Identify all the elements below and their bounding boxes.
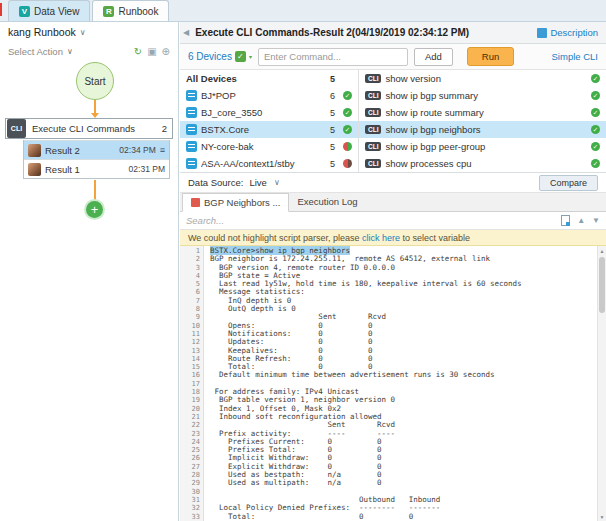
device-list: BJ*POP6✓BJ_core_35505✓BSTX.Core5✓NY-core… [180, 87, 358, 172]
command-row[interactable]: CLIshow ip bgp neighbors✓ [359, 121, 606, 138]
flow-connector [94, 100, 96, 113]
cli-badge-icon: CLI [365, 74, 381, 83]
menu-icon[interactable]: ≡ [160, 145, 165, 155]
notice-text-after: to select variable [400, 233, 470, 243]
code-line[interactable]: Default minimum time between advertiseme… [210, 371, 596, 379]
parser-notice: We could not highlight script parser, pl… [180, 230, 606, 246]
result-tabs: BGP Neighbors ... Execution Log [180, 193, 606, 212]
line-number: 26 [180, 454, 200, 462]
cli-badge-icon: CLI [365, 125, 381, 134]
collapse-panel-icon[interactable]: ◀ [183, 28, 189, 37]
device-icon [186, 141, 197, 152]
canvas-tools: ↻ ▣ ⊕ [134, 46, 170, 57]
description-icon [537, 28, 547, 38]
command-row[interactable]: CLIshow version✓ [359, 70, 606, 87]
add-node-button[interactable]: + [86, 201, 103, 218]
tab-data-view[interactable]: V Data View [8, 0, 90, 21]
device-name: ASA-AA/context1/stby [201, 158, 317, 169]
command-text: show ip bgp neighbors [385, 124, 583, 135]
command-toolbar: 6 Devices ✓ ▾ Add Run Simple CLI [180, 44, 606, 70]
tab-bgp-neighbors[interactable]: BGP Neighbors ... [182, 193, 289, 212]
device-count: 6 [321, 91, 335, 101]
flow-connector [94, 180, 96, 200]
line-number: 18 [180, 388, 200, 396]
command-row[interactable]: CLIshow ip bgp summary✓ [359, 87, 606, 104]
add-command-button[interactable]: Add [414, 48, 453, 66]
devices-header-count: 5 [321, 74, 335, 84]
devices-commands-grid: All Devices 5 BJ*POP6✓BJ_core_35505✓BSTX… [180, 70, 606, 173]
refresh-icon[interactable]: ↻ [134, 46, 142, 57]
code-lines[interactable]: BSTX.Core>show ip bgp neighborsBGP neigh… [204, 246, 606, 521]
search-row: ▲ ▼ [180, 212, 606, 230]
compare-button[interactable]: Compare [539, 175, 598, 191]
device-status-icon [343, 142, 352, 151]
click-here-link[interactable]: click here [362, 233, 400, 243]
tab-execution-log-label: Execution Log [297, 196, 357, 207]
export-icon[interactable] [561, 215, 570, 226]
start-node[interactable]: Start [76, 62, 114, 100]
datasource-label: Data Source: [188, 177, 243, 188]
next-match-icon[interactable]: ▼ [592, 216, 600, 225]
runbook-header[interactable]: kang Runbook ∨ [0, 22, 178, 42]
command-row[interactable]: CLIshow ip bgp peer-group✓ [359, 138, 606, 155]
vertical-scrollbar[interactable]: ▲ ▼ [597, 246, 606, 521]
devices-button-label: 6 Devices [188, 51, 232, 62]
flow-node-title: Execute CLI Commands [32, 123, 157, 134]
devices-header-label: All Devices [186, 73, 317, 84]
command-row[interactable]: CLIshow processes cpu✓ [359, 155, 606, 172]
chevron-down-icon: ∨ [67, 47, 73, 56]
simple-cli-link[interactable]: Simple CLI [552, 51, 598, 62]
device-row[interactable]: BSTX.Core5✓ [180, 121, 358, 138]
line-number: 14 [180, 355, 200, 363]
result-item[interactable]: Result 102:31 PM [24, 159, 169, 178]
devices-check-icon: ✓ [235, 51, 246, 62]
search-input[interactable] [186, 215, 554, 226]
line-number: 21 [180, 413, 200, 421]
command-status-icon: ✓ [591, 108, 600, 117]
device-count: 5 [321, 142, 335, 152]
result-item[interactable]: Result 202:34 PM≡ [24, 140, 169, 159]
panel-title: Execute CLI Commands-Result 2(04/19/2019… [195, 27, 531, 38]
chevron-down-icon: ∨ [274, 178, 280, 187]
code-line[interactable]: Total: 0 0 [210, 513, 596, 521]
command-input[interactable] [258, 48, 408, 66]
tab-runbook[interactable]: R Runbook [92, 0, 169, 21]
prev-match-icon[interactable]: ▲ [577, 216, 585, 225]
code-line[interactable]: Used as multipath: n/a 0 [210, 479, 596, 487]
devices-dropdown-button[interactable]: 6 Devices ✓ ▾ [188, 51, 252, 62]
line-number: 17 [180, 380, 200, 388]
command-status-icon: ✓ [591, 74, 600, 83]
device-name: NY-core-bak [201, 141, 317, 152]
start-node-label: Start [84, 76, 105, 87]
line-number: 11 [180, 330, 200, 338]
tab-execution-log[interactable]: Execution Log [289, 192, 365, 211]
device-row[interactable]: BJ*POP6✓ [180, 87, 358, 104]
description-link[interactable]: Description [537, 27, 598, 38]
fit-view-icon[interactable]: ▣ [147, 46, 156, 57]
scrollbar-thumb[interactable] [599, 257, 605, 313]
device-row[interactable]: NY-core-bak5 [180, 138, 358, 155]
report-icon [191, 198, 200, 207]
line-number: 29 [180, 479, 200, 487]
command-status-icon: ✓ [591, 159, 600, 168]
datasource-select[interactable]: Live ∨ [249, 177, 279, 188]
scroll-up-icon[interactable]: ▲ [598, 246, 606, 255]
line-numbers: 1234567891011121314151617181920212223242… [180, 246, 204, 521]
result-list: Result 202:34 PM≡Result 102:31 PM [23, 140, 170, 179]
avatar [28, 163, 41, 176]
line-number: 23 [180, 430, 200, 438]
plus-icon: + [91, 203, 99, 216]
run-button[interactable]: Run [467, 47, 514, 66]
scroll-down-icon[interactable]: ▼ [598, 512, 606, 521]
line-number: 28 [180, 471, 200, 479]
command-row[interactable]: CLIshow ip route summary✓ [359, 104, 606, 121]
tab-bgp-neighbors-label: BGP Neighbors ... [204, 197, 280, 208]
device-status-icon: ✓ [343, 91, 352, 100]
line-number: 20 [180, 405, 200, 413]
device-row[interactable]: BJ_core_35505✓ [180, 104, 358, 121]
locate-icon[interactable]: ⊕ [162, 46, 170, 57]
device-row[interactable]: ASA-AA/context1/stby5 [180, 155, 358, 172]
flow-node-execute-cli[interactable]: CLI Execute CLI Commands 2 [5, 118, 173, 139]
avatar [28, 144, 41, 157]
select-action-label[interactable]: Select Action [8, 46, 63, 57]
